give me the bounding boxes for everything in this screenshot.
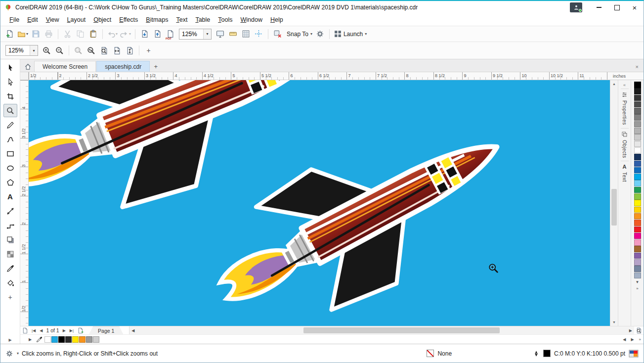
options-button[interactable]: [314, 28, 326, 41]
palette-swatch[interactable]: [634, 128, 641, 134]
artistic-media-tool[interactable]: [3, 133, 17, 146]
menu-item[interactable]: Help: [266, 15, 287, 25]
palette-grid-icon[interactable]: [629, 350, 639, 358]
connector-tool[interactable]: [3, 219, 17, 232]
palette-flyout-icon[interactable]: »: [636, 285, 638, 292]
palette-swatch[interactable]: [634, 141, 641, 147]
zoom-to-selection-button[interactable]: [72, 44, 85, 57]
import-button[interactable]: [138, 28, 151, 41]
document-palette-swatch[interactable]: [72, 336, 79, 343]
palette-swatch[interactable]: [634, 154, 641, 160]
drop-shadow-tool[interactable]: [3, 233, 17, 246]
zoom-level-combo[interactable]: 125%▾: [5, 45, 38, 56]
toolbox-overflow-arrow[interactable]: ▶: [8, 336, 11, 344]
menu-item[interactable]: Tools: [214, 15, 236, 25]
save-button[interactable]: [30, 28, 42, 41]
document-palette-swatch[interactable]: [44, 336, 51, 343]
redo-button[interactable]: ▾: [119, 28, 132, 41]
palette-swatch[interactable]: [634, 213, 641, 220]
show-guidelines-button[interactable]: [253, 28, 265, 41]
export-button[interactable]: [151, 28, 164, 41]
palette-swatch[interactable]: [634, 227, 641, 233]
palette-swatch[interactable]: [634, 193, 641, 200]
rectangle-tool[interactable]: [3, 147, 17, 160]
vertical-scroll-thumb[interactable]: [611, 189, 617, 226]
vertical-scroll-track[interactable]: [610, 88, 618, 318]
menu-item[interactable]: Table: [191, 15, 214, 25]
transparency-tool[interactable]: [3, 247, 17, 261]
publish-to-pdf-button[interactable]: PDF: [164, 28, 176, 41]
caret-down-icon[interactable]: ▾: [17, 351, 19, 356]
document-palette-swatch[interactable]: [51, 336, 58, 343]
docker-tab-objects[interactable]: Objects: [621, 129, 628, 161]
launch-dropdown[interactable]: Launch▾: [333, 28, 368, 41]
previous-page-button[interactable]: ◀: [38, 328, 44, 333]
first-page-button[interactable]: |◀: [30, 328, 38, 333]
new-document-button[interactable]: [3, 28, 16, 41]
document-palette-swatch[interactable]: [79, 336, 86, 343]
palette-swatch[interactable]: [634, 239, 641, 246]
dimension-tool[interactable]: [3, 204, 17, 218]
document-palette-flyout-icon[interactable]: ▶: [26, 337, 34, 342]
zoom-to-fit-corner-icon[interactable]: [635, 327, 643, 334]
docpal-scroll-right-icon[interactable]: ▶: [628, 337, 636, 342]
palette-swatch[interactable]: [634, 220, 641, 226]
document-palette-swatch[interactable]: [93, 336, 99, 343]
page-tab-page1[interactable]: Page 1: [89, 326, 123, 334]
palette-swatch[interactable]: [634, 253, 641, 259]
tab-welcome-screen[interactable]: Welcome Screen: [34, 61, 96, 72]
menu-item[interactable]: Object: [89, 15, 115, 25]
customize-toolbar-button[interactable]: +: [142, 44, 155, 57]
palette-swatch[interactable]: [634, 174, 641, 180]
close-button[interactable]: ×: [626, 1, 644, 13]
document-palette-swatch[interactable]: [65, 336, 72, 343]
palette-swatch[interactable]: [634, 121, 641, 128]
zoom-tool[interactable]: [3, 104, 17, 117]
welcome-home-button[interactable]: [21, 61, 34, 72]
show-rulers-button[interactable]: [227, 28, 239, 41]
horizontal-ruler[interactable]: 1/222 1/233 1/244 1/255 1/266 1/277 1/28…: [29, 72, 610, 80]
undo-button[interactable]: ▾: [106, 28, 119, 41]
palette-swatch[interactable]: [634, 101, 641, 108]
open-button[interactable]: ▾: [16, 28, 29, 41]
snap-off-button[interactable]: [271, 28, 284, 41]
ellipse-tool[interactable]: [3, 161, 17, 175]
docker-tab-text[interactable]: A Text: [622, 161, 627, 185]
menu-item[interactable]: Edit: [23, 15, 42, 25]
status-gear-icon[interactable]: [5, 350, 13, 358]
zoom-to-page-height-button[interactable]: [124, 44, 136, 57]
menu-item[interactable]: View: [42, 15, 63, 25]
caret-down-icon[interactable]: ▾: [203, 29, 211, 39]
menu-item[interactable]: Window: [236, 15, 266, 25]
scroll-up-arrow[interactable]: ▲: [612, 80, 616, 88]
drawing-canvas[interactable]: [29, 80, 610, 326]
palette-swatch[interactable]: [634, 187, 641, 193]
zoom-levels-combo[interactable]: 125%▾: [179, 29, 212, 40]
menu-item[interactable]: Layout: [63, 15, 90, 25]
interactive-fill-tool[interactable]: [3, 276, 17, 289]
sign-in-button[interactable]: [570, 2, 582, 12]
color-eyedropper-tool[interactable]: [3, 262, 17, 275]
add-page-icon[interactable]: [77, 327, 84, 334]
palette-swatch[interactable]: [634, 82, 641, 88]
copy-button[interactable]: [74, 28, 86, 41]
menu-item[interactable]: Bitmaps: [142, 15, 172, 25]
text-tool[interactable]: A: [3, 190, 17, 203]
docpal-scroll-left-icon[interactable]: ◀: [620, 337, 628, 342]
close-docker-icon[interactable]: ×: [634, 62, 641, 72]
cut-button[interactable]: [61, 28, 74, 41]
shape-tool[interactable]: [3, 75, 17, 89]
snap-to-dropdown[interactable]: Snap To▾: [284, 28, 313, 41]
palette-swatch[interactable]: [634, 108, 641, 114]
ruler-origin-box[interactable]: [20, 72, 29, 80]
document-palette-swatch[interactable]: [58, 336, 65, 343]
palette-swatch[interactable]: [634, 272, 641, 279]
menu-item[interactable]: Text: [172, 15, 191, 25]
collapse-dockers-icon[interactable]: «: [623, 82, 626, 89]
palette-swatch[interactable]: [634, 134, 641, 140]
pick-tool[interactable]: [3, 61, 17, 74]
palette-swatch[interactable]: [634, 246, 641, 252]
zoom-in-button[interactable]: [41, 44, 53, 57]
zoom-to-page-button[interactable]: [98, 44, 110, 57]
docpal-more-icon[interactable]: »: [637, 337, 644, 342]
